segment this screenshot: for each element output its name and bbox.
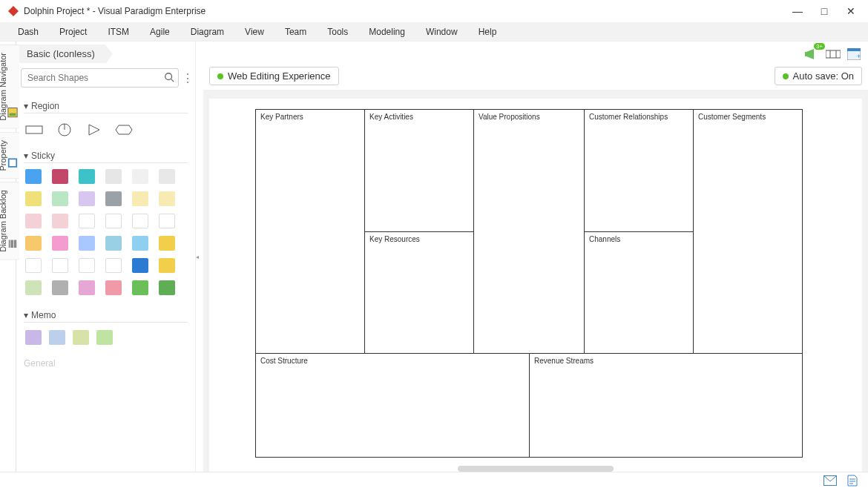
shape-rectangle[interactable] (25, 122, 45, 137)
cell-key-partners[interactable]: Key Partners (255, 109, 365, 354)
cell-cost-structure[interactable]: Cost Structure (255, 353, 530, 458)
sticky-shape[interactable] (132, 258, 148, 273)
sticky-shape[interactable] (105, 258, 122, 273)
sticky-shape[interactable] (25, 236, 42, 251)
memo-shape[interactable] (25, 330, 42, 345)
svg-marker-13 (89, 125, 99, 135)
breadcrumb-label: Basic (Iconless) (27, 48, 95, 59)
memo-shape[interactable] (96, 330, 113, 345)
badge: 3+ (814, 43, 825, 50)
backlog-icon (7, 239, 18, 249)
category-memo[interactable]: ▾Memo (24, 304, 188, 323)
breadcrumb[interactable]: Basic (Iconless) (19, 44, 105, 63)
sticky-shape[interactable] (79, 280, 95, 295)
cell-value-propositions[interactable]: Value Propositions (473, 109, 585, 354)
menu-diagram[interactable]: Diagram (180, 22, 234, 42)
search-input[interactable] (21, 68, 179, 88)
category-region[interactable]: ▾Region (24, 95, 188, 113)
sticky-shape[interactable] (105, 169, 122, 184)
shape-triangle[interactable] (85, 122, 104, 137)
menu-agile[interactable]: Agile (139, 22, 180, 42)
shape-hexagon[interactable] (114, 122, 134, 137)
sticky-shape[interactable] (132, 191, 148, 206)
cell-label: Key Activities (365, 110, 473, 124)
svg-line-9 (171, 79, 174, 82)
sticky-shape[interactable] (25, 280, 42, 295)
sticky-shape[interactable] (105, 236, 122, 251)
vtab-diagram-backlog[interactable]: Diagram Backlog (0, 182, 19, 260)
sticky-shape[interactable] (132, 280, 148, 295)
sticky-shape[interactable] (25, 214, 42, 228)
vtab-label: Diagram Backlog (0, 190, 7, 252)
sticky-shape[interactable] (132, 214, 148, 228)
autosave-indicator[interactable]: Auto save: On (775, 67, 862, 85)
search-icon[interactable] (164, 72, 174, 85)
sidebar-menu-icon[interactable]: ⋮ (182, 71, 191, 85)
main-area: 3+ + Web Editing Experience Auto save: O… (203, 42, 868, 472)
menu-itsm[interactable]: ITSM (97, 22, 139, 42)
sticky-shape[interactable] (52, 191, 68, 206)
sticky-shape[interactable] (79, 214, 95, 228)
vtab-property[interactable]: Property (0, 132, 19, 179)
tab-label: Web Editing Experience (228, 70, 331, 82)
sticky-shape[interactable] (25, 258, 42, 273)
cell-key-activities[interactable]: Key Activities (364, 109, 474, 232)
maximize-button[interactable]: □ (819, 5, 829, 17)
sticky-shape[interactable] (52, 280, 68, 295)
sticky-shape[interactable] (105, 214, 122, 228)
sticky-shape[interactable] (52, 214, 68, 228)
sticky-shape[interactable] (25, 191, 42, 206)
sticky-shape[interactable] (52, 236, 68, 251)
cell-customer-segments[interactable]: Customer Segments (693, 109, 803, 354)
panel-icon[interactable]: + (846, 46, 862, 62)
sticky-shape[interactable] (79, 191, 95, 206)
cell-revenue-streams[interactable]: Revenue Streams (529, 353, 803, 458)
sticky-shape[interactable] (159, 214, 175, 228)
sticky-shape[interactable] (159, 191, 175, 206)
cell-key-resources[interactable]: Key Resources (364, 231, 474, 354)
sticky-shape[interactable] (79, 169, 95, 184)
sticky-shape[interactable] (52, 169, 68, 184)
category-label: Sticky (31, 151, 55, 161)
cell-customer-relationships[interactable]: Customer Relationships (584, 109, 694, 232)
sticky-shape[interactable] (159, 236, 175, 251)
sticky-shape[interactable] (159, 258, 175, 273)
sticky-shape[interactable] (132, 236, 148, 251)
sticky-shape[interactable] (159, 169, 175, 184)
memo-shape[interactable] (49, 330, 65, 345)
category-general[interactable]: General (24, 352, 188, 370)
sticky-shape[interactable] (79, 236, 95, 251)
shape-circle[interactable] (55, 122, 74, 137)
memo-shape[interactable] (73, 330, 89, 345)
close-button[interactable]: ✕ (846, 5, 856, 17)
menu-help[interactable]: Help (468, 22, 507, 42)
menu-view[interactable]: View (234, 22, 274, 42)
category-sticky[interactable]: ▾Sticky (24, 145, 188, 163)
sticky-shape[interactable] (52, 258, 68, 273)
announcement-icon[interactable]: 3+ (804, 46, 821, 62)
menu-dash[interactable]: Dash (7, 22, 49, 42)
menu-modeling[interactable]: Modeling (358, 22, 415, 42)
note-icon[interactable] (847, 475, 858, 487)
vtab-diagram-navigator[interactable]: Diagram Navigator (0, 44, 19, 129)
menu-team[interactable]: Team (274, 22, 317, 42)
sticky-shape[interactable] (132, 169, 148, 184)
sticky-shape[interactable] (79, 258, 95, 273)
tab-web-editing[interactable]: Web Editing Experience (209, 67, 339, 85)
layout-icon[interactable] (825, 46, 841, 62)
mail-icon[interactable] (823, 475, 837, 486)
menu-tools[interactable]: Tools (317, 22, 358, 42)
splitter[interactable]: ◂ (196, 42, 203, 472)
sticky-shape[interactable] (105, 280, 122, 295)
svg-marker-14 (116, 125, 132, 134)
sticky-shape[interactable] (159, 280, 175, 295)
sticky-shape[interactable] (105, 191, 122, 206)
horizontal-scrollbar[interactable] (458, 466, 614, 472)
minimize-button[interactable]: — (792, 5, 803, 17)
menu-window[interactable]: Window (415, 22, 468, 42)
diagram-canvas[interactable]: Key Partners Key Activities Key Resource… (209, 99, 862, 472)
svg-rect-15 (805, 52, 807, 56)
cell-channels[interactable]: Channels (584, 231, 694, 354)
sticky-shape[interactable] (25, 169, 42, 184)
menu-project[interactable]: Project (49, 22, 97, 42)
